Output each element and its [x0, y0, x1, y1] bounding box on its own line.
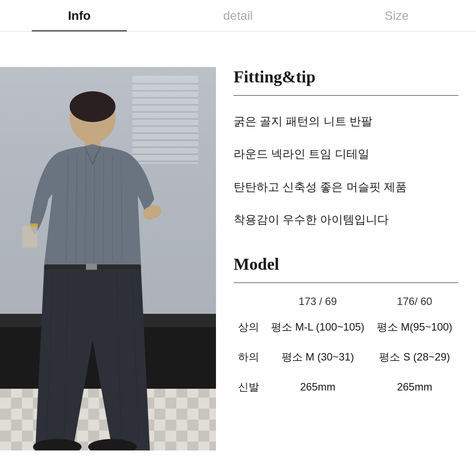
col-header-2: 176/ 60 — [371, 287, 458, 312]
model-divider — [234, 283, 458, 283]
row-label-bottom: 하의 — [234, 342, 265, 372]
row-label-top: 상의 — [234, 312, 265, 342]
feature-item-4: 착용감이 우수한 아이템입니다 — [234, 212, 458, 227]
table-row-bottom: 하의 평소 M (30~31) 평소 S (28~29) — [234, 342, 458, 372]
tab-info-label: Info — [68, 9, 90, 23]
row-col2-bottom: 평소 S (28~29) — [371, 342, 458, 372]
svg-point-24 — [70, 91, 115, 122]
content-area: Fitting&tip 굵은 골지 패턴의 니트 반팔 라운드 넥라인 트임 디… — [0, 32, 476, 476]
row-label-shoes: 신발 — [234, 372, 265, 402]
col-header-label — [234, 287, 265, 312]
svg-line-30 — [103, 153, 104, 263]
model-section: Model 173 / 69 176/ 60 상의 평소 M-L (100~10… — [234, 254, 458, 402]
row-col1-bottom: 평소 M (30~31) — [265, 342, 371, 372]
row-col2-top: 평소 M(95~100) — [371, 312, 458, 342]
svg-rect-42 — [22, 226, 37, 248]
info-section: Fitting&tip 굵은 골지 패턴의 니트 반팔 라운드 넥라인 트임 디… — [216, 67, 476, 458]
table-row-shoes: 신발 265mm 265mm — [234, 372, 458, 402]
tab-detail[interactable]: detail — [159, 0, 317, 31]
tab-size[interactable]: Size — [317, 0, 476, 31]
row-col2-shoes: 265mm — [371, 372, 458, 402]
row-col1-shoes: 265mm — [265, 372, 371, 402]
fitting-section: Fitting&tip 굵은 골지 패턴의 니트 반팔 라운드 넥라인 트임 디… — [234, 67, 458, 228]
tab-size-label: Size — [385, 9, 409, 23]
feature-list: 굵은 골지 패턴의 니트 반팔 라운드 넥라인 트임 디테일 탄탄하고 신축성 … — [234, 113, 458, 228]
product-image — [0, 67, 216, 450]
image-section — [0, 67, 216, 458]
feature-item-3: 탄탄하고 신축성 좋은 머슬핏 제품 — [234, 179, 458, 195]
tab-bar: Info detail Size — [0, 0, 476, 32]
tab-info[interactable]: Info — [0, 0, 159, 31]
svg-rect-43 — [30, 223, 38, 227]
model-title: Model — [234, 254, 458, 274]
table-header-row: 173 / 69 176/ 60 — [234, 287, 458, 312]
person-figure — [0, 67, 216, 450]
fitting-title: Fitting&tip — [234, 67, 458, 86]
feature-item-2: 라운드 넥라인 트임 디테일 — [234, 146, 458, 162]
tab-detail-label: detail — [223, 9, 253, 23]
col-header-1: 173 / 69 — [265, 287, 371, 312]
feature-item-1: 굵은 골지 패턴의 니트 반팔 — [234, 113, 458, 129]
fitting-divider — [234, 95, 458, 96]
model-table: 173 / 69 176/ 60 상의 평소 M-L (100~105) 평소 … — [234, 287, 458, 402]
table-row-top: 상의 평소 M-L (100~105) 평소 M(95~100) — [234, 312, 458, 342]
row-col1-top: 평소 M-L (100~105) — [265, 312, 371, 342]
